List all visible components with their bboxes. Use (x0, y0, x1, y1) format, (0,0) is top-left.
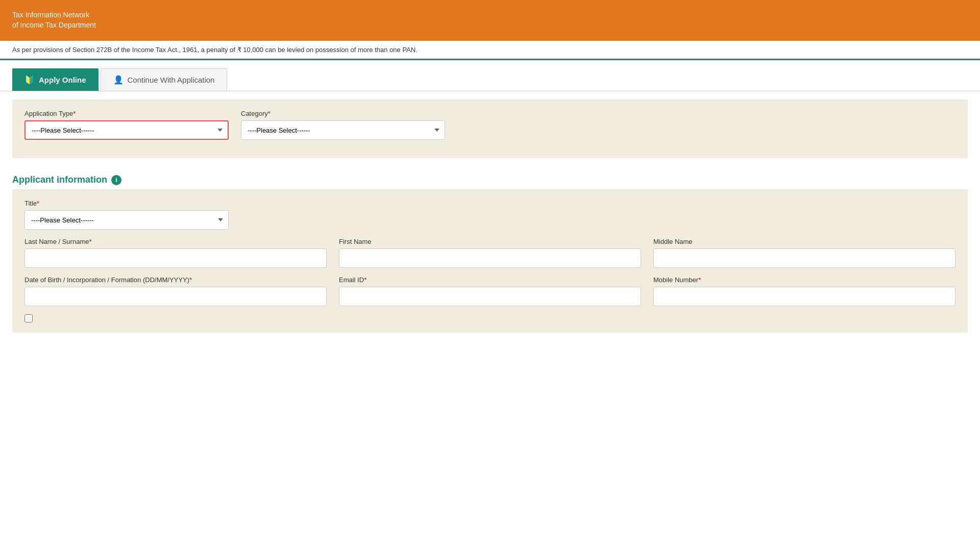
title-group: Title* ----Please Select------ (24, 199, 229, 230)
applicant-info-section: Title* ----Please Select------ Last Name… (12, 189, 968, 333)
org-title: Tax Information Network of Income Tax De… (12, 10, 96, 30)
application-type-label: Application Type* (24, 110, 229, 117)
dob-label: Date of Birth / Incorporation / Formatio… (24, 276, 327, 284)
applicant-info-icon[interactable]: i (111, 175, 121, 185)
application-type-section: Application Type* ----Please Select-----… (12, 99, 968, 158)
mobile-label: Mobile Number* (653, 276, 955, 284)
tabs-container: 🔰 Apply Online 👤 Continue With Applicati… (0, 60, 980, 91)
application-type-select[interactable]: ----Please Select------ (24, 120, 229, 140)
title-select[interactable]: ----Please Select------ (24, 210, 229, 230)
email-group: Email ID* (339, 276, 641, 306)
first-name-group: First Name (339, 238, 641, 268)
application-type-row: Application Type* ----Please Select-----… (24, 110, 955, 140)
last-name-label: Last Name / Surname* (24, 238, 327, 245)
org-title-line2: of Income Tax Department (12, 20, 96, 31)
last-name-group: Last Name / Surname* (24, 238, 327, 268)
middle-name-input[interactable] (653, 248, 955, 268)
tab-apply-online[interactable]: 🔰 Apply Online (12, 68, 99, 91)
applicant-info-title: Applicant information (12, 174, 107, 185)
org-title-line1: Tax Information Network (12, 10, 96, 20)
mobile-group: Mobile Number* (653, 276, 955, 306)
mobile-input[interactable] (653, 287, 955, 306)
dob-input[interactable] (24, 287, 327, 306)
tab-continue-application[interactable]: 👤 Continue With Application (101, 68, 228, 91)
applicant-info-heading-area: Applicant information i (0, 166, 980, 189)
dob-email-mobile-row: Date of Birth / Incorporation / Formatio… (24, 276, 955, 306)
checkbox-row (24, 314, 955, 322)
name-row: Last Name / Surname* First Name Middle N… (24, 238, 955, 268)
terms-checkbox[interactable] (24, 314, 33, 322)
email-input[interactable] (339, 287, 641, 306)
notice-bar: As per provisions of Section 272B of the… (0, 41, 980, 60)
category-group: Category* ----Please Select------ (241, 110, 445, 140)
category-select[interactable]: ----Please Select------ (241, 120, 445, 140)
middle-name-label: Middle Name (653, 238, 955, 245)
title-label: Title* (24, 199, 229, 207)
category-label: Category* (241, 110, 445, 117)
dob-group: Date of Birth / Incorporation / Formatio… (24, 276, 327, 306)
first-name-input[interactable] (339, 248, 641, 268)
continue-application-icon: 👤 (113, 75, 124, 85)
title-row: Title* ----Please Select------ (24, 199, 955, 230)
first-name-label: First Name (339, 238, 641, 245)
tab-apply-online-label: Apply Online (39, 76, 86, 84)
middle-name-group: Middle Name (653, 238, 955, 268)
email-label: Email ID* (339, 276, 641, 284)
last-name-input[interactable] (24, 248, 327, 268)
apply-online-icon: 🔰 (24, 75, 35, 85)
tab-continue-application-label: Continue With Application (128, 76, 215, 84)
application-type-group: Application Type* ----Please Select-----… (24, 110, 229, 140)
notice-text: As per provisions of Section 272B of the… (12, 46, 418, 54)
org-logo-area: Tax Information Network of Income Tax De… (12, 10, 96, 30)
page-header: Tax Information Network of Income Tax De… (0, 0, 980, 41)
